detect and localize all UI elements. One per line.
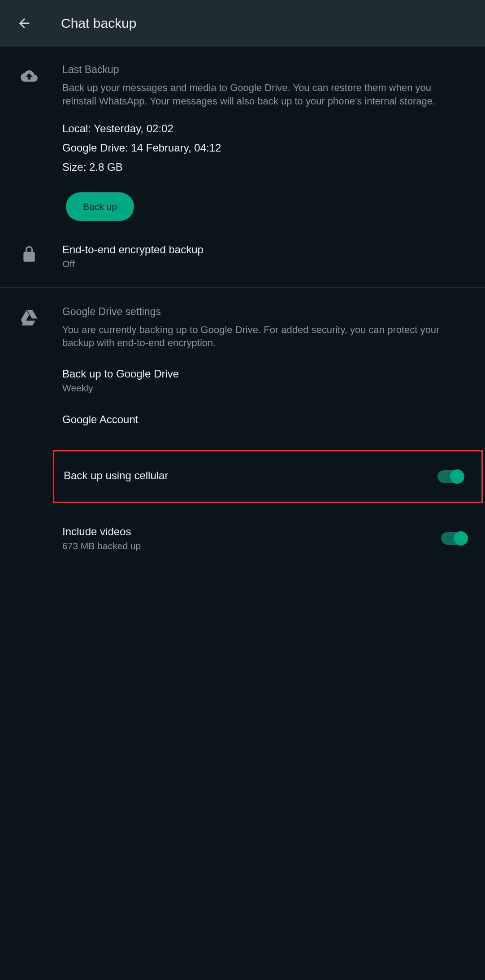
include-videos-row[interactable]: Include videos 673 MB backed up xyxy=(0,516,485,561)
last-backup-title: Last Backup xyxy=(62,64,463,76)
e2e-status: Off xyxy=(62,259,463,269)
back-button[interactable] xyxy=(13,13,35,34)
last-backup-section: Last Backup Back up your messages and me… xyxy=(0,59,485,239)
gdrive-section: Google Drive settings You are currently … xyxy=(0,299,485,358)
include-videos-text: Include videos 673 MB backed up xyxy=(62,525,441,551)
backup-cellular-row[interactable]: Back up using cellular xyxy=(53,450,483,503)
gdrive-settings-desc: You are currently backing up to Google D… xyxy=(62,323,463,350)
app-header: Chat backup xyxy=(0,0,485,47)
backup-to-gdrive-row[interactable]: Back up to Google Drive Weekly xyxy=(0,358,485,403)
gdrive-body: Google Drive settings You are currently … xyxy=(62,306,472,354)
google-account-row[interactable]: Google Account xyxy=(0,403,485,438)
backup-cellular-title: Back up using cellular xyxy=(64,469,437,482)
toggle-knob xyxy=(454,531,468,546)
backup-cellular-text: Back up using cellular xyxy=(64,469,437,484)
include-videos-title: Include videos xyxy=(62,525,441,538)
backup-to-gdrive-title: Back up to Google Drive xyxy=(62,368,472,380)
e2e-backup-row[interactable]: End-to-end encrypted backup Off xyxy=(0,239,485,282)
include-videos-toggle[interactable] xyxy=(441,532,467,545)
backup-to-gdrive-text: Back up to Google Drive Weekly xyxy=(62,368,472,394)
local-backup-info: Local: Yesterday, 02:02 xyxy=(62,121,463,137)
lock-icon xyxy=(21,246,38,263)
page-title: Chat backup xyxy=(61,16,136,31)
backup-cellular-toggle[interactable] xyxy=(437,470,463,483)
cloud-upload-icon xyxy=(21,68,38,85)
e2e-body: End-to-end encrypted backup Off xyxy=(62,243,472,269)
divider xyxy=(0,287,485,288)
toggle-knob xyxy=(450,469,464,484)
e2e-title: End-to-end encrypted backup xyxy=(62,243,463,256)
google-drive-icon xyxy=(21,310,38,327)
backup-size-info: Size: 2.8 GB xyxy=(62,160,463,175)
arrow-left-icon xyxy=(17,16,32,31)
gdrive-backup-info: Google Drive: 14 February, 04:12 xyxy=(62,140,463,156)
include-videos-subtitle: 673 MB backed up xyxy=(62,541,441,551)
backup-to-gdrive-value: Weekly xyxy=(62,383,472,394)
last-backup-description: Back up your messages and media to Googl… xyxy=(62,81,463,108)
backup-button[interactable]: Back up xyxy=(66,192,134,221)
google-account-text: Google Account xyxy=(62,413,472,428)
last-backup-body: Last Backup Back up your messages and me… xyxy=(62,64,472,234)
google-account-title: Google Account xyxy=(62,413,472,426)
content-area: Last Backup Back up your messages and me… xyxy=(0,47,485,561)
gdrive-settings-title: Google Drive settings xyxy=(62,306,463,318)
